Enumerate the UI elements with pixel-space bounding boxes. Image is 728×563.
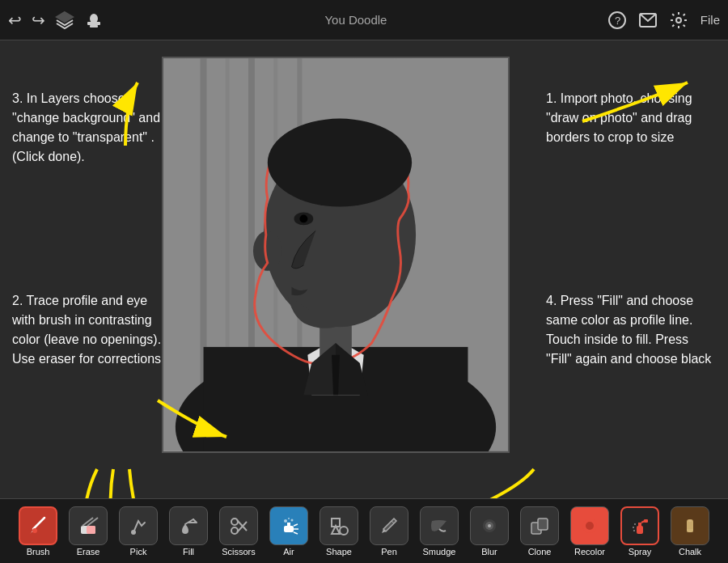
tool-shape[interactable]: Shape xyxy=(315,506,362,557)
svg-point-8 xyxy=(676,18,681,23)
svg-point-38 xyxy=(231,527,238,534)
tool-spray[interactable]: Spray xyxy=(616,506,663,557)
recolor-label: Recolor xyxy=(574,547,605,557)
spray-label: Spray xyxy=(629,547,652,557)
chalk-icon-box xyxy=(671,506,709,545)
shape-icon-box xyxy=(320,506,358,545)
svg-point-45 xyxy=(291,519,294,521)
smudge-label: Smudge xyxy=(423,547,456,557)
tool-recolor[interactable]: Recolor xyxy=(566,506,613,557)
svg-rect-31 xyxy=(87,526,95,534)
undo-button[interactable]: ↩ xyxy=(8,11,22,30)
svg-point-23 xyxy=(268,119,412,207)
app-title: You Doodle xyxy=(104,13,608,27)
shape-label: Shape xyxy=(326,547,352,557)
help-button[interactable]: ? xyxy=(608,11,626,29)
svg-point-34 xyxy=(131,530,136,535)
instruction-step1: 1. Import photo, choosing "draw on photo… xyxy=(546,89,716,147)
svg-rect-4 xyxy=(91,15,96,22)
pick-label: Pick xyxy=(130,547,147,557)
pen-icon-box xyxy=(370,506,408,545)
file-button[interactable]: File xyxy=(700,13,720,27)
erase-label: Erase xyxy=(77,547,100,557)
air-label: Air xyxy=(283,547,294,557)
scissors-icon-box xyxy=(219,506,258,545)
clone-label: Clone xyxy=(528,547,552,557)
tool-air[interactable]: Air xyxy=(265,506,312,557)
pick-icon-box xyxy=(119,506,158,545)
main-canvas-area: 3. In Layers choose "change background" … xyxy=(0,40,728,498)
svg-rect-58 xyxy=(538,519,548,530)
erase-icon-box xyxy=(69,506,108,545)
mail-button[interactable] xyxy=(639,13,657,28)
smudge-icon-box xyxy=(420,506,459,545)
tool-brush[interactable]: Brush xyxy=(15,506,61,557)
svg-rect-62 xyxy=(638,523,641,527)
tool-scissors[interactable]: Scissors xyxy=(215,506,262,557)
spray-icon-box xyxy=(620,506,659,545)
top-toolbar: ↩ ↪ You Doodle ? xyxy=(0,0,728,40)
clone-icon-box xyxy=(520,506,559,545)
brush-label: Brush xyxy=(27,547,50,557)
instruction-step2: 2. Trace profile and eye with brush in c… xyxy=(12,291,170,369)
svg-point-44 xyxy=(284,519,287,523)
svg-point-51 xyxy=(340,527,348,535)
tool-pen[interactable]: Pen xyxy=(366,506,413,557)
bottom-toolbar: Brush Erase Pick xyxy=(0,498,728,563)
recolor-icon-box xyxy=(570,506,609,545)
chalk-label: Chalk xyxy=(679,547,701,557)
photo-canvas xyxy=(162,57,510,453)
fill-icon-box xyxy=(169,506,208,545)
tool-clone[interactable]: Clone xyxy=(516,506,563,557)
settings-button[interactable] xyxy=(670,11,688,29)
svg-point-56 xyxy=(488,524,491,527)
pen-label: Pen xyxy=(381,547,397,557)
scissors-label: Scissors xyxy=(222,547,256,557)
svg-line-28 xyxy=(33,518,44,529)
blur-icon-box xyxy=(470,506,509,545)
blur-label: Blur xyxy=(481,547,497,557)
layers-button[interactable] xyxy=(55,11,74,30)
tool-fill[interactable]: Fill xyxy=(165,506,212,557)
stamp-button[interactable] xyxy=(84,11,104,30)
svg-point-46 xyxy=(288,518,290,519)
tool-blur[interactable]: Blur xyxy=(466,506,513,557)
svg-rect-2 xyxy=(90,25,98,28)
air-icon-box xyxy=(269,506,308,545)
tool-pick[interactable]: Pick xyxy=(115,506,162,557)
svg-point-22 xyxy=(299,214,307,222)
svg-rect-43 xyxy=(287,523,290,527)
photo-background xyxy=(163,58,508,451)
instruction-step3: 3. In Layers choose "change background" … xyxy=(12,89,166,167)
fill-label: Fill xyxy=(183,547,194,557)
svg-rect-64 xyxy=(644,519,648,523)
svg-line-40 xyxy=(237,520,247,531)
svg-rect-69 xyxy=(687,529,693,532)
toolbar-left-actions: ↩ ↪ xyxy=(8,11,104,30)
svg-line-49 xyxy=(294,532,298,534)
svg-point-60 xyxy=(586,522,594,530)
svg-point-39 xyxy=(231,519,238,525)
svg-marker-0 xyxy=(57,12,73,22)
instruction-step4: 4. Press "Fill" and choose same color as… xyxy=(546,291,716,369)
redo-button[interactable]: ↪ xyxy=(32,11,45,30)
svg-line-41 xyxy=(237,522,247,532)
tool-smudge[interactable]: Smudge xyxy=(416,506,463,557)
svg-point-29 xyxy=(32,528,37,533)
tool-erase[interactable]: Erase xyxy=(65,506,112,557)
toolbar-right-actions: ? File xyxy=(608,11,720,29)
svg-point-66 xyxy=(633,527,634,528)
svg-point-65 xyxy=(634,523,636,525)
svg-point-20 xyxy=(253,231,282,271)
svg-text:?: ? xyxy=(615,15,620,27)
tool-chalk[interactable]: Chalk xyxy=(667,506,713,557)
svg-point-67 xyxy=(633,530,635,531)
brush-icon-box xyxy=(19,506,57,545)
svg-line-47 xyxy=(294,524,298,526)
